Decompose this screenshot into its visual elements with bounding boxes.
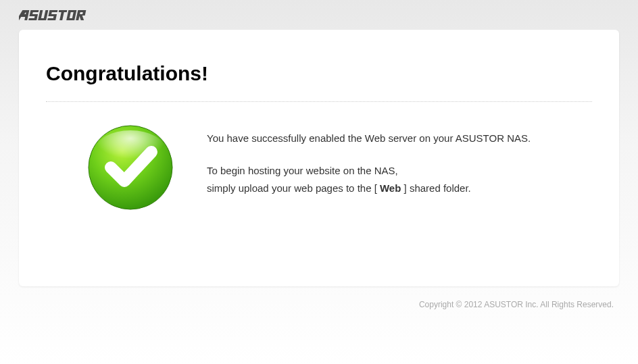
brand-logo — [0, 0, 638, 30]
divider — [46, 101, 592, 102]
message-line-3-prefix: simply upload your web pages to the [ — [207, 182, 380, 194]
success-checkmark-icon — [87, 124, 174, 214]
message-line-3: simply upload your web pages to the [ We… — [207, 180, 531, 197]
main-card: Congratulations! — [19, 30, 619, 286]
content-row: You have successfully enabled the Web se… — [46, 124, 592, 214]
message-line-1: You have successfully enabled the Web se… — [207, 130, 531, 147]
message-block: You have successfully enabled the Web se… — [207, 124, 531, 213]
message-line-3-suffix: ] shared folder. — [401, 182, 470, 194]
message-line-2: To begin hosting your website on the NAS… — [207, 163, 531, 179]
asustor-logo-svg — [19, 8, 97, 23]
copyright-footer: Copyright © 2012 ASUSTOR Inc. All Rights… — [0, 286, 638, 309]
page-title: Congratulations! — [46, 62, 592, 85]
message-line-3-bold: Web — [380, 182, 401, 194]
